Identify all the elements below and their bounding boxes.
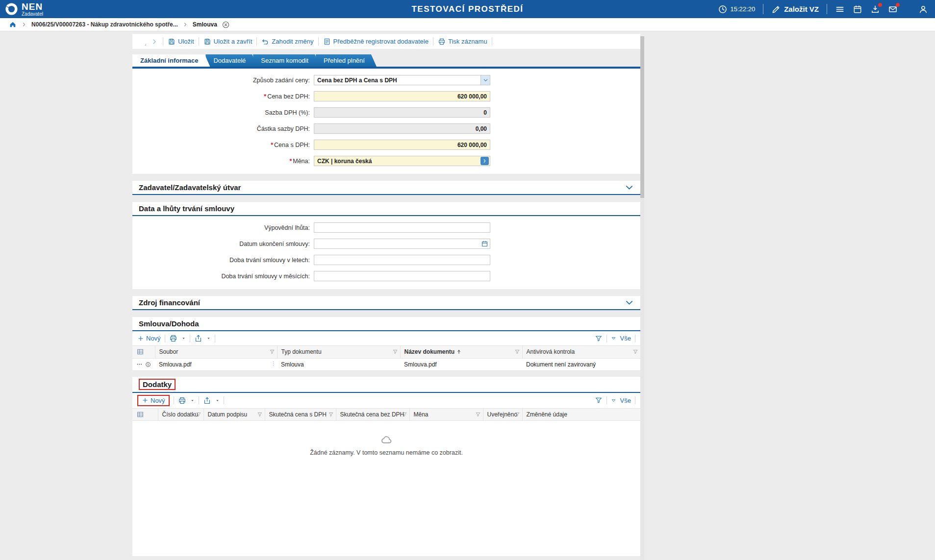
- preregister-supplier-button[interactable]: Předběžně registrovat dodavatele: [323, 38, 429, 46]
- mena-lookup-field[interactable]: CZK | koruna česká: [314, 156, 490, 166]
- tab-seznam-komodit[interactable]: Seznam komodit: [253, 54, 320, 67]
- filter-funnel-icon[interactable]: [595, 396, 603, 404]
- cell-drag-handle[interactable]: ⋮: [271, 361, 276, 366]
- calendar-picker-icon[interactable]: [481, 240, 488, 247]
- column-filter-icon[interactable]: [514, 349, 520, 355]
- tab-zakladni-informace[interactable]: Základní informace: [132, 54, 210, 67]
- caret-down-outline-icon[interactable]: [611, 336, 616, 341]
- doba-trvani-letech-input[interactable]: [314, 255, 490, 265]
- export-list-icon[interactable]: [203, 396, 211, 405]
- vertical-scrollbar[interactable]: [640, 36, 644, 560]
- select-dropdown-button[interactable]: [480, 75, 490, 85]
- save-button[interactable]: Uložit: [168, 38, 194, 46]
- create-vz-button[interactable]: Založit VZ: [771, 4, 819, 14]
- col-antivirova-kontrola[interactable]: Antivirová kontrola: [522, 346, 640, 358]
- save-and-close-button[interactable]: Uložit a zavřít: [203, 38, 253, 46]
- print-list-icon[interactable]: [178, 396, 186, 405]
- table-row[interactable]: Smlouva.pdf⋮ Smlouva Smlouva.pdf Dokumen…: [132, 358, 640, 370]
- downloads-button[interactable]: [870, 4, 880, 14]
- breadcrumb: N006/25/V00007263 - Nákup zdravotnického…: [0, 18, 935, 31]
- discard-changes-button[interactable]: Zahodit změny: [261, 38, 313, 46]
- column-filter-icon[interactable]: [328, 412, 334, 417]
- form-row: Doba trvání smlouvy v měsících:: [132, 271, 640, 281]
- col-nazev-dokumentu[interactable]: Název dokumentu: [400, 346, 522, 358]
- download-badge: [878, 3, 882, 7]
- column-filter-icon[interactable]: [475, 412, 481, 417]
- new-dodatek-button[interactable]: Nový: [142, 397, 165, 404]
- table-settings-header[interactable]: [132, 409, 158, 421]
- col-cislo-dodatku[interactable]: Číslo dodatku: [158, 409, 203, 421]
- tab-dodavatele[interactable]: Dodavatelé: [205, 54, 257, 67]
- caret-down-icon[interactable]: [215, 398, 220, 403]
- sazba-dph-input[interactable]: [314, 107, 490, 118]
- cena-bez-dph-input[interactable]: [314, 91, 490, 101]
- doba-trvani-mesicich-input[interactable]: [314, 271, 490, 281]
- section-zdroj-financovani[interactable]: Zdroj financování: [132, 296, 640, 310]
- show-all-button[interactable]: Vše: [620, 397, 631, 404]
- cena-s-dph-input[interactable]: [314, 140, 490, 150]
- field-label: Výpovědní lhůta:: [132, 224, 310, 231]
- caret-down-icon[interactable]: [190, 398, 195, 403]
- col-uverejneno[interactable]: Uveřejněno: [483, 409, 522, 421]
- tab-prehled-plneni[interactable]: Přehled plnění: [316, 54, 377, 67]
- table-settings-header[interactable]: [132, 346, 155, 358]
- chevron-right-icon: [482, 158, 487, 164]
- column-filter-icon[interactable]: [392, 349, 398, 355]
- print-label: Tisk záznamu: [448, 38, 487, 45]
- price-mode-select[interactable]: Cena bez DPH a Cena s DPH: [314, 75, 490, 85]
- user-icon[interactable]: [918, 4, 928, 14]
- column-filter-icon[interactable]: [257, 412, 263, 417]
- col-zmenene-udaje[interactable]: Změněné údaje: [522, 409, 640, 421]
- filter-funnel-icon[interactable]: [595, 335, 603, 342]
- column-filter-icon[interactable]: [514, 412, 520, 417]
- nen-logo[interactable]: NEN Zadavatel: [5, 2, 43, 17]
- column-filter-icon[interactable]: [402, 412, 407, 417]
- grid-icon: [136, 348, 144, 356]
- new-document-button[interactable]: Nový: [137, 335, 161, 342]
- print-record-button[interactable]: Tisk záznamu: [438, 38, 487, 46]
- col-skutecna-cena-s-dph[interactable]: Skutečná cena s DPH: [265, 409, 336, 421]
- print-list-icon[interactable]: [169, 334, 177, 342]
- form-row: Výpovědní lhůta:: [132, 222, 640, 233]
- menu-icon[interactable]: [835, 4, 845, 14]
- column-filter-icon[interactable]: [269, 349, 275, 355]
- calendar-icon[interactable]: [853, 4, 862, 14]
- export-list-icon[interactable]: [194, 334, 202, 342]
- cell-typ-dokumentu: Smlouva: [277, 358, 400, 370]
- messages-button[interactable]: [888, 4, 898, 14]
- col-soubor[interactable]: Soubor: [155, 346, 277, 358]
- show-all-button[interactable]: Vše: [620, 335, 631, 342]
- row-menu-icon[interactable]: [136, 361, 143, 368]
- scrollbar-thumb[interactable]: [640, 36, 644, 198]
- info-icon[interactable]: [145, 361, 151, 368]
- caret-down-icon[interactable]: [181, 336, 186, 341]
- breadcrumb-record[interactable]: N006/25/V00007263 - Nákup zdravotnického…: [31, 21, 178, 28]
- field-label: Sazba DPH (%):: [132, 109, 310, 116]
- breadcrumb-current: Smlouva: [193, 21, 217, 28]
- col-skutecna-cena-bez-dph[interactable]: Skutečná cena bez DPH: [336, 409, 409, 421]
- empty-state-text: Žádné záznamy. V tomto seznamu nemáme co…: [132, 449, 640, 456]
- new-label: Nový: [146, 335, 161, 342]
- chevron-down-icon[interactable]: [625, 183, 634, 192]
- close-icon[interactable]: [222, 21, 230, 29]
- col-mena[interactable]: Měna: [409, 409, 483, 421]
- caret-down-outline-icon[interactable]: [611, 398, 616, 403]
- required-marker: *: [264, 93, 266, 100]
- column-filter-icon[interactable]: [632, 349, 638, 355]
- col-typ-dokumentu[interactable]: Typ dokumentu: [277, 346, 400, 358]
- nav-back-icon[interactable]: [138, 38, 146, 46]
- open-lookup-button[interactable]: [480, 157, 489, 165]
- col-datum-podpisu[interactable]: Datum podpisu: [203, 409, 265, 421]
- vypovedni-lhuta-input[interactable]: [314, 222, 490, 233]
- home-icon[interactable]: [9, 21, 17, 28]
- price-form-panel: Způsob zadání ceny: Cena bez DPH a Cena …: [132, 67, 640, 174]
- castka-sazby-dph-input[interactable]: [314, 123, 490, 134]
- caret-down-icon[interactable]: [206, 336, 211, 341]
- toolbar-separator: [635, 335, 635, 342]
- column-filter-icon[interactable]: [196, 412, 202, 417]
- section-zadavatel[interactable]: Zadavatel/Zadavatelský útvar: [132, 181, 640, 195]
- chevron-down-icon[interactable]: [625, 298, 634, 307]
- nav-forward-icon[interactable]: [151, 38, 158, 46]
- save-close-label: Uložit a zavřít: [214, 38, 253, 45]
- datum-ukonceni-input[interactable]: [314, 239, 490, 249]
